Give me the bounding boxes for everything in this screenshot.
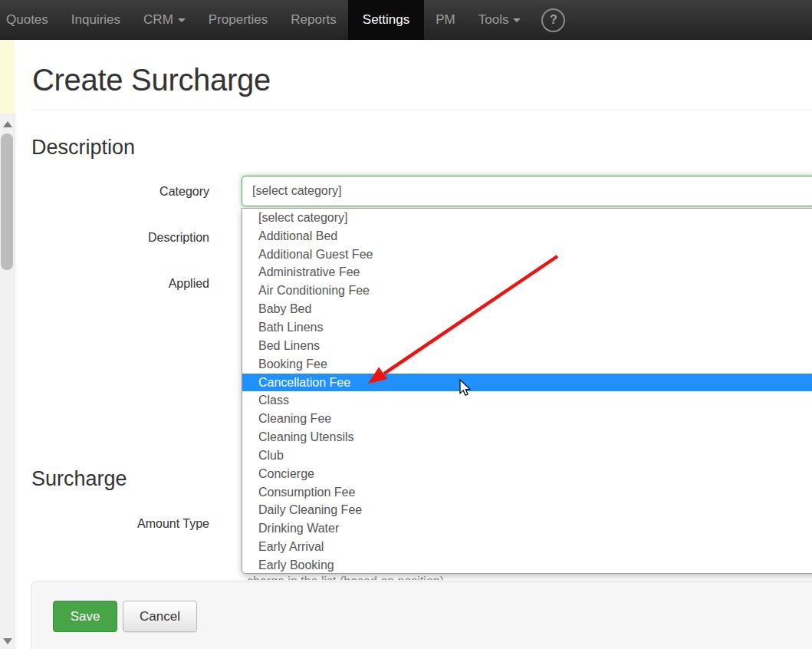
category-select[interactable]: [select category] [242,176,812,206]
amount-type-label: Amount Type [32,516,209,532]
category-option[interactable]: Drinking Water [242,519,812,538]
scroll-down-icon[interactable] [3,638,12,644]
nav-item-settings[interactable]: Settings [348,0,424,40]
cancel-button[interactable]: Cancel [123,601,197,632]
help-button[interactable]: ? [541,8,565,32]
category-option[interactable]: Cancellation Fee [242,374,812,392]
left-scrollbar[interactable] [0,114,15,649]
nav-item-properties[interactable]: Properties [197,0,279,40]
category-option[interactable]: Club [242,446,812,465]
applied-label: Applied [32,276,209,292]
scrollbar-thumb[interactable] [1,133,13,270]
page-title: Create Surcharge [32,63,271,97]
category-option[interactable]: Concierge [242,465,812,483]
caret-down-icon [513,18,521,22]
partial-help-text: charge in the list (based on position). [247,575,569,580]
category-option[interactable]: Bed Linens [242,337,812,355]
section-heading-surcharge: Surcharge [31,467,127,491]
section-heading-description: Description [31,136,135,160]
nav-item-quotes[interactable]: Quotes [0,0,60,40]
category-select-value: [select category] [252,184,342,198]
category-option[interactable]: Cleaning Utensils [242,428,812,446]
category-option[interactable]: Baby Bed [242,300,812,318]
category-option[interactable]: Administrative Fee [242,264,812,282]
title-divider [31,110,812,110]
category-option[interactable]: Early Booking [242,556,812,574]
category-option[interactable]: [select category] [242,209,812,227]
nav-item-reports[interactable]: Reports [279,0,348,40]
category-option[interactable]: Daily Cleaning Fee [242,502,812,520]
category-option[interactable]: Consumption Fee [242,483,812,502]
category-option[interactable]: Booking Fee [242,355,812,374]
category-option[interactable]: Cleaning Fee [242,410,812,428]
top-navbar: QuotesInquiriesCRMPropertiesReportsSetti… [0,0,812,40]
category-option[interactable]: Class [242,391,812,410]
save-button[interactable]: Save [53,601,117,632]
left-accent-strip [0,40,15,114]
category-label: Category [32,184,209,199]
description-label: Description [32,230,209,245]
category-option[interactable]: Bath Linens [242,318,812,337]
nav-items: QuotesInquiriesCRMPropertiesReportsSetti… [0,0,532,40]
nav-item-pm[interactable]: PM [424,0,467,40]
category-dropdown: [select category]Additional BedAdditiona… [242,208,812,574]
caret-down-icon [178,18,186,22]
category-option[interactable]: Air Conditioning Fee [242,282,812,300]
nav-item-tools[interactable]: Tools [467,0,533,40]
nav-item-inquiries[interactable]: Inquiries [60,0,132,40]
category-option[interactable]: Additional Bed [242,227,812,245]
category-option[interactable]: Additional Guest Fee [242,245,812,264]
help-icon: ? [550,13,557,26]
scroll-up-icon[interactable] [3,121,12,127]
nav-item-crm[interactable]: CRM [132,0,197,40]
category-option[interactable]: Early Arrival [242,538,812,556]
